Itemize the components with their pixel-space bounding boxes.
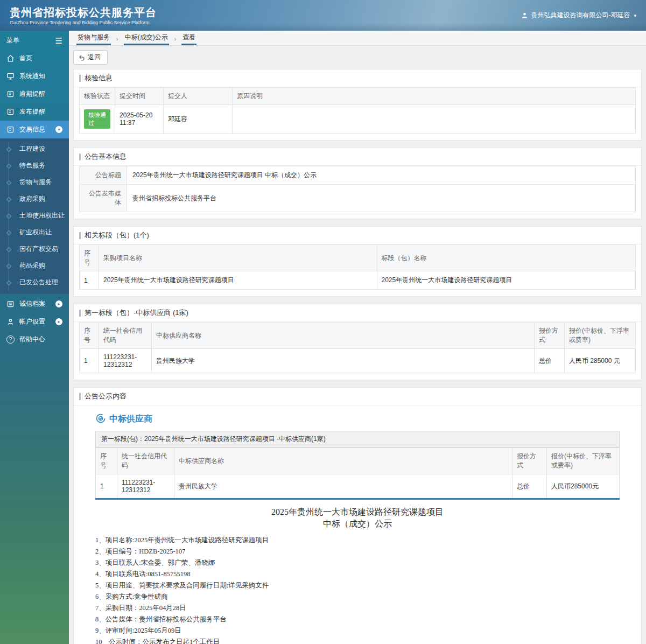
sidebar-item-publish-reminder[interactable]: 发布提醒 (0, 103, 69, 121)
row-no: 1 (80, 349, 99, 373)
section-name: 2025年贵州统一大市场建设路径研究课题项目 (377, 271, 636, 290)
row-no: 1 (96, 474, 117, 499)
sidebar-item-label: 帮助中心 (19, 335, 45, 344)
title-marker (79, 75, 81, 82)
chevron-down-icon: ▾ (634, 13, 636, 18)
col-header: 中标供应商名称 (152, 323, 535, 349)
announce-basic-section: 公告基本信息 公告标题 2025年贵州统一大市场建设路径研究课题项目 中标（成交… (73, 148, 642, 219)
sidebar-item-system-notice[interactable]: 系统通知 (0, 67, 69, 85)
title-marker (79, 153, 81, 160)
col-header: 统一社会信用代码 (99, 323, 152, 349)
chevron-down-icon: ▾ (55, 126, 62, 133)
doc-title-line2: 中标（成交）公示 (95, 518, 620, 530)
doc-line: 8、公告媒体：贵州省招标投标公共服务平台 (95, 615, 620, 624)
sidebar-item-label: 首页 (19, 54, 32, 63)
sidebar-item-account-settings[interactable]: 帐户设置 ▸ (0, 313, 69, 331)
sidebar-subitem[interactable]: 矿业权出让 (0, 224, 69, 241)
sidebar-subitem[interactable]: 特色服务 (0, 157, 69, 174)
doc-line: 7、采购日期：2025年04月28日 (95, 604, 620, 612)
credit-code: 111223231-12312312 (99, 349, 152, 373)
section-title: 相关标段（包）(1个) (85, 230, 149, 240)
chevron-separator-icon: › (116, 36, 118, 45)
back-button[interactable]: 返回 (73, 50, 108, 65)
supplier-name: 贵州民族大学 (174, 474, 512, 499)
document-icon (6, 108, 15, 116)
col-header: 采购项目名称 (99, 245, 377, 271)
sidebar-item-label: 发布提醒 (19, 107, 45, 116)
credit-code: 111223231-12312312 (117, 474, 174, 499)
bullseye-check-icon (95, 413, 106, 425)
col-header: 提交时间 (115, 88, 164, 105)
sidebar-subitem[interactable]: 货物与服务 (0, 174, 69, 191)
sidebar-item-transaction-info[interactable]: 交易信息 ▾ (0, 121, 69, 138)
doc-line: 1、项目名称:2025年贵州统一大市场建设路径研究课题项目 (95, 536, 620, 544)
doc-line: 6、采购方式:竞争性磋商 (95, 593, 620, 601)
field-label: 公告发布媒体 (80, 185, 127, 212)
col-header: 原因说明 (233, 88, 636, 105)
sidebar-item-overdue-reminder[interactable]: 逾期提醒 (0, 85, 69, 103)
sidebar-subitem[interactable]: 土地使用权出让 (0, 207, 69, 224)
winner-heading-label: 中标供应商 (109, 414, 152, 425)
document-icon (6, 90, 15, 98)
platform-title: 贵州省招标投标公共服务平台 (10, 6, 157, 19)
table-row: 公告标题 2025年贵州统一大市场建设路径研究课题项目 中标（成交）公示 (80, 166, 636, 185)
col-header: 序号 (80, 245, 99, 271)
title-marker (79, 232, 81, 239)
user-menu[interactable]: 贵州弘典建设咨询有限公司-邓廷容 ▾ (521, 11, 636, 20)
announce-content-section: 公告公示内容 中标供应商 第一标段(包)：2025年贵州统一大市场建设路径研究课… (73, 387, 642, 644)
col-header: 提交人 (164, 88, 233, 105)
hamburger-icon[interactable]: ☰ (55, 38, 62, 44)
menu-label: 菜单 (6, 36, 19, 45)
sidebar: 菜单 ☰ 首页 系统通知 逾期提醒 发布提醒 (0, 31, 69, 644)
reason (233, 105, 636, 134)
related-sections-table: 序号 采购项目名称 标段（包）名称 1 2025年贵州统一大市场建设路径研究课题… (79, 244, 636, 290)
sidebar-item-credit-archive[interactable]: 诚信档案 ▸ (0, 295, 69, 313)
col-header: 报价(中标价、下浮率或费率) (547, 448, 620, 474)
row-no: 1 (80, 271, 99, 290)
sidebar-item-help-center[interactable]: ? 帮助中心 (0, 331, 69, 348)
chevron-separator-icon: › (174, 36, 177, 45)
platform-brand: 贵州省招标投标公共服务平台 GuiZhou Province Tendering… (10, 6, 157, 25)
transaction-submenu: 工程建设特色服务货物与服务政府采购土地使用权出让矿业权出让国有产权交易药品采购已… (0, 138, 69, 294)
breadcrumb-item-goods-services[interactable]: 货物与服务 (76, 31, 111, 45)
announcement-document: 2025年贵州统一大市场建设路径研究课题项目 中标（成交）公示 1、项目名称:2… (95, 500, 620, 644)
table-row: 1 111223231-12312312 贵州民族大学 总价 人民币285000… (96, 474, 620, 499)
person-icon (6, 318, 15, 326)
sidebar-subitem[interactable]: 已发公告处理 (0, 274, 69, 291)
winner-heading: 中标供应商 (95, 413, 620, 425)
breadcrumb-item-award-notice[interactable]: 中标(成交)公示 (124, 31, 169, 45)
section-title: 第一标段（包）-中标供应商 (1家) (85, 308, 188, 318)
sidebar-subitem[interactable]: 国有产权交易 (0, 241, 69, 257)
sidebar-item-home[interactable]: 首页 (0, 50, 69, 67)
sidebar-item-label: 帐户设置 (19, 317, 45, 326)
supplier-name: 贵州民族大学 (152, 349, 535, 373)
sidebar-subitem[interactable]: 政府采购 (0, 191, 69, 207)
title-marker (79, 393, 81, 400)
sidebar-subitem[interactable]: 药品采购 (0, 257, 69, 274)
back-icon (79, 54, 85, 61)
col-header: 报价(中标价、下浮率或费率) (565, 323, 636, 349)
chevron-right-icon: ▸ (55, 318, 62, 325)
col-header: 报价方式 (535, 323, 565, 349)
col-header: 报价方式 (512, 448, 547, 474)
verify-info-section: 核验信息 核验状态 提交时间 提交人 原因说明 核验通过 2025-05-20 … (73, 69, 642, 141)
user-name: 贵州弘典建设咨询有限公司-邓廷容 (531, 11, 630, 20)
announce-basic-table: 公告标题 2025年贵州统一大市场建设路径研究课题项目 中标（成交）公示 公告发… (79, 166, 636, 212)
col-header: 统一社会信用代码 (117, 448, 174, 474)
quote-type: 总价 (512, 474, 547, 499)
user-icon (521, 12, 528, 19)
sidebar-item-label: 交易信息 (19, 125, 45, 134)
table-row: 核验通过 2025-05-20 11:37 邓廷容 (80, 105, 636, 134)
sidebar-subitem[interactable]: 工程建设 (0, 141, 69, 157)
announce-title-value: 2025年贵州统一大市场建设路径研究课题项目 中标（成交）公示 (127, 166, 636, 185)
winner-supplier-section: 第一标段（包）-中标供应商 (1家) 序号 统一社会信用代码 中标供应商名称 报… (73, 304, 642, 380)
doc-line: 2、项目编号：HDZB-2025-107 (95, 548, 620, 556)
breadcrumb-item-view[interactable]: 查看 (181, 31, 196, 45)
doc-line: 3、项目联系人:宋金委、郭广荣、潘晓娜 (95, 559, 620, 567)
doc-line: 4、项目联系电话:0851-85755198 (95, 570, 620, 578)
sidebar-item-label: 逾期提醒 (19, 89, 45, 99)
quote-value: 人民币285000元 (547, 474, 620, 499)
help-icon: ? (6, 335, 15, 344)
sidebar-item-label: 诚信档案 (19, 299, 45, 309)
status-badge: 核验通过 (84, 109, 110, 129)
